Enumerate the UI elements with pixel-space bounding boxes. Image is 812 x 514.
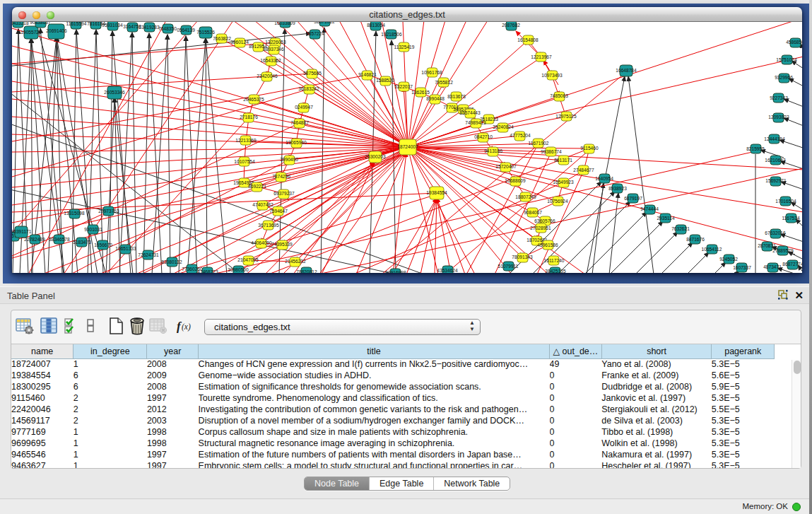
svg-text:16543362: 16543362 bbox=[260, 58, 281, 63]
svg-text:4586850: 4586850 bbox=[786, 40, 802, 45]
svg-text:21047095: 21047095 bbox=[237, 257, 259, 262]
svg-text:10961768: 10961768 bbox=[421, 70, 442, 75]
svg-text:25300203: 25300203 bbox=[365, 154, 386, 159]
svg-text:15692971: 15692971 bbox=[765, 178, 787, 183]
svg-text:8613171: 8613171 bbox=[554, 158, 572, 163]
svg-text:44064090: 44064090 bbox=[251, 240, 272, 245]
svg-text:67632016: 67632016 bbox=[765, 230, 786, 235]
svg-text:27484677: 27484677 bbox=[573, 168, 594, 173]
svg-text:9301031: 9301031 bbox=[84, 227, 102, 232]
svg-text:9474444: 9474444 bbox=[640, 206, 659, 211]
svg-text:7485063: 7485063 bbox=[550, 93, 568, 98]
svg-text:1167534: 1167534 bbox=[782, 216, 800, 221]
svg-text:13315098: 13315098 bbox=[64, 211, 85, 216]
svg-text:18807249: 18807249 bbox=[515, 194, 536, 199]
svg-text:7357224: 7357224 bbox=[306, 31, 324, 36]
svg-text:13226053: 13226053 bbox=[265, 40, 286, 45]
svg-text:9115460: 9115460 bbox=[580, 146, 599, 151]
svg-text:21456232: 21456232 bbox=[285, 259, 306, 264]
svg-text:72624731: 72624731 bbox=[138, 252, 159, 257]
svg-text:8938923: 8938923 bbox=[608, 186, 627, 191]
svg-text:53419283: 53419283 bbox=[139, 25, 160, 30]
svg-text:10654112: 10654112 bbox=[702, 247, 722, 252]
svg-text:7632621: 7632621 bbox=[671, 226, 690, 231]
svg-text:7648350: 7648350 bbox=[158, 26, 177, 31]
svg-text:22782489: 22782489 bbox=[24, 237, 45, 242]
svg-text:16648784: 16648784 bbox=[616, 68, 637, 73]
svg-text:63605766: 63605766 bbox=[534, 218, 555, 223]
svg-text:30391171: 30391171 bbox=[12, 229, 32, 234]
svg-text:45961586: 45961586 bbox=[537, 243, 558, 247]
svg-text:19065940: 19065940 bbox=[286, 140, 307, 145]
svg-text:8990448: 8990448 bbox=[426, 96, 445, 101]
svg-text:32871012: 32871012 bbox=[314, 22, 335, 24]
svg-text:23420046: 23420046 bbox=[257, 74, 278, 78]
svg-text:1362615: 1362615 bbox=[411, 90, 430, 95]
svg-text:10756924: 10756924 bbox=[547, 199, 568, 204]
svg-text:10433218: 10433218 bbox=[12, 22, 29, 25]
svg-text:18724007: 18724007 bbox=[397, 144, 418, 149]
svg-text:74989413: 74989413 bbox=[465, 120, 486, 125]
svg-text:9084067: 9084067 bbox=[524, 210, 542, 215]
svg-text:1588520: 1588520 bbox=[376, 78, 394, 83]
svg-text:7955812: 7955812 bbox=[435, 80, 453, 85]
svg-text:10688609: 10688609 bbox=[505, 178, 526, 183]
svg-text:11325419: 11325419 bbox=[394, 45, 415, 49]
svg-text:9245052: 9245052 bbox=[719, 257, 738, 262]
svg-text:1640954: 1640954 bbox=[595, 176, 613, 181]
svg-text:7874296: 7874296 bbox=[272, 174, 290, 179]
svg-text:9413186: 9413186 bbox=[484, 148, 502, 153]
svg-text:3990490: 3990490 bbox=[280, 157, 298, 162]
svg-text:8813054: 8813054 bbox=[367, 23, 385, 28]
svg-text:(x): (x) bbox=[182, 322, 191, 332]
svg-text:12093822: 12093822 bbox=[768, 115, 789, 119]
svg-text:35240824: 35240824 bbox=[493, 124, 514, 129]
svg-text:10107554: 10107554 bbox=[234, 159, 255, 164]
svg-text:2087682: 2087682 bbox=[502, 23, 520, 28]
svg-text:7594647: 7594647 bbox=[269, 209, 288, 214]
svg-text:2935114: 2935114 bbox=[657, 216, 675, 221]
svg-text:15720407: 15720407 bbox=[495, 164, 517, 169]
svg-text:5875685: 5875685 bbox=[303, 71, 322, 76]
svg-text:47407482: 47407482 bbox=[252, 202, 273, 207]
svg-text:99386774: 99386774 bbox=[541, 149, 562, 154]
svg-text:29973763: 29973763 bbox=[98, 209, 119, 214]
svg-text:8313678: 8313678 bbox=[447, 94, 466, 99]
svg-text:10651333: 10651333 bbox=[115, 246, 136, 251]
svg-text:15751074: 15751074 bbox=[776, 57, 797, 62]
svg-text:16117240: 16117240 bbox=[544, 258, 565, 263]
svg-text:20465375: 20465375 bbox=[243, 97, 264, 102]
svg-text:6879197: 6879197 bbox=[624, 196, 642, 201]
svg-text:16154808: 16154808 bbox=[517, 37, 539, 42]
svg-text:11671902: 11671902 bbox=[529, 141, 549, 146]
svg-text:9329966: 9329966 bbox=[775, 75, 793, 80]
svg-text:19384554: 19384554 bbox=[426, 190, 447, 195]
svg-text:30980500: 30980500 bbox=[228, 267, 249, 272]
svg-text:12213369: 12213369 bbox=[235, 138, 257, 143]
svg-text:69379237: 69379237 bbox=[273, 191, 295, 196]
svg-text:1656670: 1656670 bbox=[94, 243, 112, 247]
svg-text:19218506: 19218506 bbox=[381, 32, 402, 37]
svg-text:86872774: 86872774 bbox=[782, 262, 802, 267]
svg-text:74395339: 74395339 bbox=[271, 242, 293, 247]
svg-text:81080132: 81080132 bbox=[161, 259, 182, 264]
svg-text:90838637: 90838637 bbox=[30, 22, 51, 25]
svg-text:27028951: 27028951 bbox=[530, 226, 551, 230]
svg-text:78091343: 78091343 bbox=[512, 255, 533, 259]
svg-text:16549923: 16549923 bbox=[553, 180, 574, 185]
svg-text:3960124: 3960124 bbox=[230, 40, 249, 45]
svg-text:36183242: 36183242 bbox=[298, 86, 319, 91]
svg-text:9146821: 9146821 bbox=[358, 72, 377, 77]
svg-text:7663822: 7663822 bbox=[213, 36, 231, 41]
svg-text:43534624: 43534624 bbox=[437, 268, 458, 273]
svg-text:85574443: 85574443 bbox=[459, 110, 481, 115]
svg-text:12975125: 12975125 bbox=[555, 114, 577, 119]
svg-text:88937346: 88937346 bbox=[263, 47, 284, 52]
svg-text:8471676: 8471676 bbox=[686, 237, 705, 242]
svg-text:12444194: 12444194 bbox=[764, 136, 785, 141]
svg-text:10973493: 10973493 bbox=[541, 73, 563, 78]
svg-text:1607337: 1607337 bbox=[733, 265, 751, 270]
svg-text:11615594: 11615594 bbox=[66, 22, 87, 26]
svg-text:8692221: 8692221 bbox=[248, 184, 266, 189]
svg-text:8215955: 8215955 bbox=[746, 146, 765, 151]
